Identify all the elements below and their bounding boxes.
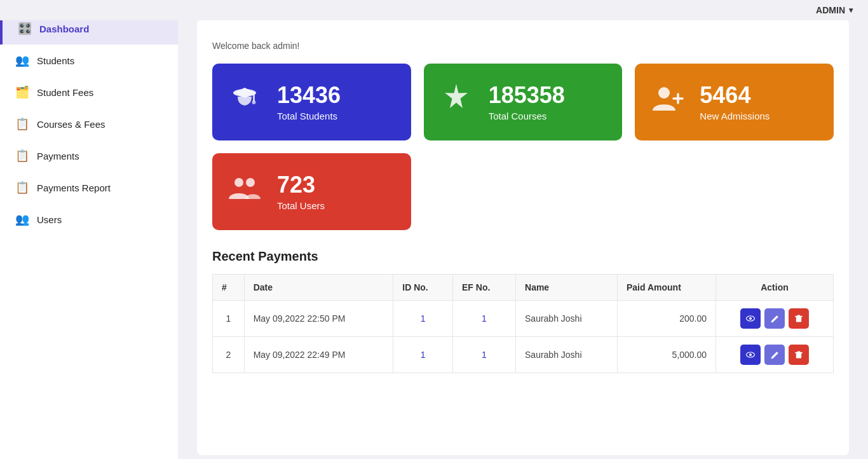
col-paid-amount: Paid Amount: [618, 275, 716, 301]
svg-rect-2: [253, 93, 255, 102]
payments-table-body: 1 May 09,2022 22:50 PM 1 1 Saurabh Joshi…: [213, 301, 834, 373]
svg-rect-14: [797, 315, 800, 316]
sidebar-item-label: Student Fees: [37, 87, 93, 98]
total-users-label: Total Users: [277, 200, 325, 211]
stats-grid-row1: 13436 Total Students 185358 Total Course…: [212, 64, 834, 140]
sidebar-item-payments-report[interactable]: 📋 Payments Report: [0, 172, 178, 203]
new-admissions-label: New Admissions: [700, 111, 770, 121]
stat-info-courses: 185358 Total Courses: [489, 83, 565, 121]
total-courses-number: 185358: [489, 83, 565, 108]
recent-payments-section: Recent Payments # Date ID No. EF No. Nam…: [212, 249, 834, 373]
sidebar-item-students[interactable]: 👥 Students: [0, 45, 178, 76]
sidebar-item-label: Courses & Fees: [37, 119, 105, 130]
main-content: Welcome back admin! 13436 Total Students: [178, 0, 868, 459]
users-group-icon: [227, 171, 262, 212]
svg-point-16: [749, 353, 752, 356]
student-fees-icon: 🗂️: [15, 85, 29, 99]
edit-button[interactable]: [764, 308, 785, 329]
edit-button[interactable]: [764, 345, 785, 365]
svg-rect-12: [796, 317, 801, 322]
col-ef-no: EF No.: [453, 275, 516, 301]
stat-card-total-courses: 185358 Total Courses: [424, 64, 623, 140]
cell-name: Saurabh Joshi: [516, 337, 618, 373]
courses-fees-icon: 📋: [15, 117, 29, 131]
total-users-number: 723: [277, 172, 315, 198]
sidebar-item-label: Payments Report: [37, 182, 111, 193]
graduation-cap-icon: [227, 81, 262, 123]
admin-dropdown[interactable]: ADMIN ▾: [816, 5, 853, 15]
svg-point-4: [658, 87, 670, 99]
col-num: #: [213, 275, 245, 301]
payments-table-header: # Date ID No. EF No. Name Paid Amount Ac…: [213, 275, 834, 301]
svg-marker-1: [233, 88, 256, 98]
sidebar-item-payments[interactable]: 📋 Payments: [0, 140, 178, 172]
cell-date: May 09,2022 22:49 PM: [244, 337, 393, 373]
sidebar-item-label: Payments: [37, 151, 79, 161]
sidebar-item-label: Dashboard: [39, 24, 89, 34]
top-bar: ADMIN ▾: [0, 0, 868, 20]
cell-id-no: 1: [393, 337, 453, 373]
delete-button[interactable]: [789, 308, 809, 329]
chevron-down-icon: ▾: [849, 6, 853, 15]
cell-num: 1: [213, 301, 245, 337]
students-icon: 👥: [15, 53, 29, 67]
recent-payments-title: Recent Payments: [212, 249, 834, 264]
new-admissions-number: 5464: [700, 83, 750, 108]
cell-num: 2: [213, 337, 245, 373]
cell-date: May 09,2022 22:50 PM: [244, 301, 393, 337]
stats-grid-row2: 723 Total Users: [212, 153, 834, 230]
sidebar-item-courses-fees[interactable]: 📋 Courses & Fees: [0, 108, 178, 140]
welcome-message: Welcome back admin!: [212, 41, 834, 51]
total-students-number: 13436: [277, 83, 341, 108]
courses-star-icon: [439, 81, 473, 123]
sidebar-item-label: Students: [37, 55, 74, 66]
svg-point-7: [234, 178, 243, 187]
svg-rect-18: [796, 353, 801, 359]
stat-card-new-admissions: 5464 New Admissions: [635, 64, 834, 140]
main-inner: Welcome back admin! 13436 Total Students: [197, 19, 849, 455]
table-row: 1 May 09,2022 22:50 PM 1 1 Saurabh Joshi…: [213, 301, 834, 337]
cell-ef-no: 1: [453, 337, 516, 373]
sidebar-item-label: Users: [37, 214, 62, 225]
cell-action: [716, 337, 834, 373]
dashboard-icon: 🎛️: [18, 22, 32, 36]
cell-name: Saurabh Joshi: [516, 301, 618, 337]
col-action: Action: [716, 275, 834, 301]
add-user-icon: [650, 81, 684, 123]
col-name: Name: [516, 275, 618, 301]
svg-point-3: [252, 100, 256, 104]
users-icon: 👥: [15, 212, 29, 226]
col-id-no: ID No.: [393, 275, 453, 301]
table-row: 2 May 09,2022 22:49 PM 1 1 Saurabh Joshi…: [213, 337, 834, 373]
stat-info-students: 13436 Total Students: [277, 83, 341, 121]
cell-action: [716, 301, 834, 337]
sidebar-item-users[interactable]: 👥 Users: [0, 203, 178, 235]
svg-point-8: [246, 178, 255, 187]
payments-icon: 📋: [15, 149, 29, 163]
svg-rect-20: [797, 351, 800, 352]
sidebar: 🎛️ Dashboard 👥 Students 🗂️ Student Fees …: [0, 0, 178, 459]
cell-paid-amount: 200.00: [618, 301, 716, 337]
stat-info-admissions: 5464 New Admissions: [700, 83, 770, 121]
stat-card-total-users: 723 Total Users: [212, 153, 411, 230]
cell-ef-no: 1: [453, 301, 516, 337]
view-button[interactable]: [740, 308, 761, 329]
total-courses-label: Total Courses: [489, 111, 547, 121]
cell-paid-amount: 5,000.00: [618, 337, 716, 373]
total-students-label: Total Students: [277, 111, 337, 121]
cell-id-no: 1: [393, 301, 453, 337]
payments-report-icon: 📋: [15, 181, 29, 195]
col-date: Date: [244, 275, 393, 301]
sidebar-item-student-fees[interactable]: 🗂️ Student Fees: [0, 76, 178, 108]
view-button[interactable]: [740, 345, 761, 365]
payments-table: # Date ID No. EF No. Name Paid Amount Ac…: [212, 274, 834, 373]
delete-button[interactable]: [789, 345, 809, 365]
stat-card-total-students: 13436 Total Students: [212, 64, 411, 140]
svg-point-10: [749, 317, 752, 320]
admin-label: ADMIN: [816, 5, 845, 15]
stat-info-users: 723 Total Users: [277, 172, 325, 211]
